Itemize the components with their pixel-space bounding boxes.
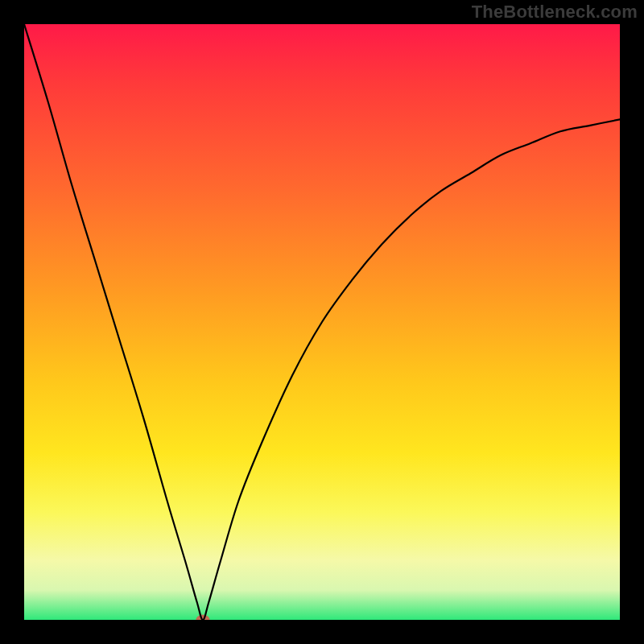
chart-container: TheBottleneck.com — [0, 0, 644, 644]
plot-area — [24, 24, 620, 620]
bottleneck-curve — [24, 24, 620, 620]
watermark-text: TheBottleneck.com — [472, 2, 638, 23]
curve-path — [24, 24, 620, 620]
